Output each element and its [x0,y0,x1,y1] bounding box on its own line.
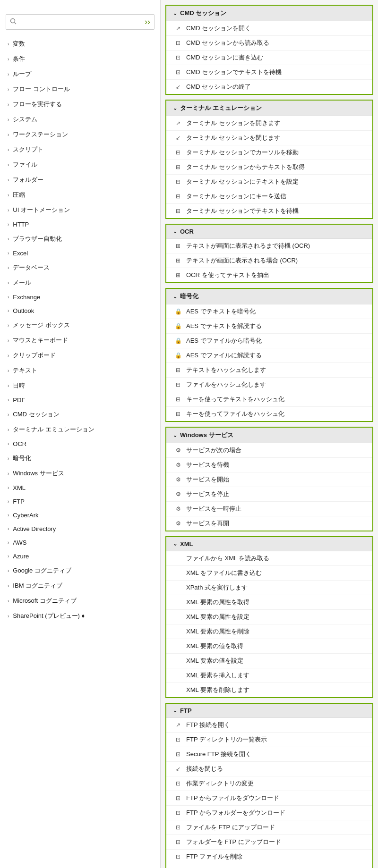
left-item-32[interactable]: ›CyberArk [0,508,160,522]
action-item-windows-services-4[interactable]: ⚙サービスを一時停止 [166,502,372,516]
action-item-terminal-1[interactable]: ↙ターミナル セッションを閉じます [166,131,372,145]
action-item-ftp-1[interactable]: ⊡FTP ディレクトリの一覧表示 [166,733,372,747]
left-item-20[interactable]: ›マウスとキーボード [0,333,160,348]
left-item-23[interactable]: ›日時 [0,378,160,393]
left-item-14[interactable]: ›Excel [0,246,160,260]
left-item-10[interactable]: ›圧縮 [0,187,160,202]
action-item-encrypt-5[interactable]: ⊟ファイルをハッシュ化します [166,378,372,392]
action-item-ftp-8[interactable]: ⊡フォルダーを FTP にアップロード [166,835,372,850]
action-item-xml-9[interactable]: XML 要素を削除します [166,683,372,697]
action-item-ocr-1[interactable]: ⊞テキストが画面に表示される場合 (OCR) [166,253,372,268]
action-item-encrypt-2[interactable]: 🔒AES でファイルから暗号化 [166,334,372,348]
action-item-ocr-2[interactable]: ⊞OCR を使ってテキストを抽出 [166,268,372,282]
action-item-cmd-4[interactable]: ↙CMD セッションの終了 [166,80,372,94]
action-item-encrypt-6[interactable]: ⊟キーを使ってテキストをハッシュ化 [166,392,372,407]
action-item-terminal-3[interactable]: ⊟ターミナル セッションからテキストを取得 [166,160,372,175]
action-item-ftp-2[interactable]: ⊡Secure FTP 接続を開く [166,747,372,762]
left-item-31[interactable]: ›FTP [0,495,160,508]
left-item-39[interactable]: ›SharePoint (プレビュー) ♦ [0,608,160,624]
action-item-windows-services-5[interactable]: ⚙サービスを再開 [166,516,372,531]
left-item-2[interactable]: ›ループ [0,67,160,82]
action-item-ftp-4[interactable]: ⊡作業ディレクトリの変更 [166,776,372,791]
action-item-xml-4[interactable]: XML 要素の属性を設定 [166,610,372,624]
action-item-xml-8[interactable]: XML 要素を挿入します [166,668,372,683]
left-item-28[interactable]: ›暗号化 [0,451,160,466]
left-item-19[interactable]: ›メッセージ ボックス [0,318,160,333]
action-item-xml-1[interactable]: XML をファイルに書き込む [166,566,372,581]
left-item-25[interactable]: ›CMD セッション [0,407,160,422]
action-item-ftp-7[interactable]: ⊡ファイルを FTP にアップロード [166,820,372,835]
action-item-ftp-3[interactable]: ↙接続を閉じる [166,762,372,776]
action-item-ftp-9[interactable]: ⊡FTP ファイルを削除 [166,850,372,864]
left-item-3[interactable]: ›フロー コントロール [0,82,160,97]
left-item-5[interactable]: ›システム [0,112,160,127]
left-item-17[interactable]: ›Exchange [0,290,160,304]
action-item-ocr-0[interactable]: ⊞テキストが画面に表示されるまで待機 (OCR) [166,239,372,253]
action-item-ftp-6[interactable]: ⊡FTP からフォルダーをダウンロード [166,806,372,820]
action-item-xml-7[interactable]: XML 要素の値を設定 [166,654,372,668]
action-item-ftp-0[interactable]: ↗FTP 接続を開く [166,718,372,733]
left-item-1[interactable]: ›条件 [0,51,160,67]
action-item-ftp-5[interactable]: ⊡FTP からファイルをダウンロード [166,791,372,806]
action-item-windows-services-1[interactable]: ⚙サービスを待機 [166,458,372,472]
left-item-24[interactable]: ›PDF [0,393,160,407]
left-item-11[interactable]: ›UI オートメーション [0,202,160,218]
action-item-xml-6[interactable]: XML 要素の値を取得 [166,639,372,654]
left-item-16[interactable]: ›メール [0,275,160,290]
action-item-terminal-2[interactable]: ⊟ターミナル セッションでカーソルを移動 [166,145,372,160]
action-item-xml-0[interactable]: ファイルから XML を読み取る [166,551,372,566]
left-item-6[interactable]: ›ワークステーション [0,127,160,142]
left-item-7[interactable]: ›スクリプト [0,142,160,157]
action-item-encrypt-1[interactable]: 🔒AES でテキストを解読する [166,319,372,334]
section-header-encrypt[interactable]: ⌄暗号化 [166,289,372,304]
action-item-cmd-1[interactable]: ⊡CMD セッションから読み取る [166,36,372,51]
action-item-terminal-0[interactable]: ↗ターミナル セッションを開きます [166,116,372,131]
action-item-encrypt-7[interactable]: ⊟キーを使ってファイルをハッシュ化 [166,407,372,421]
search-box[interactable]: ›› [6,14,155,30]
action-item-windows-services-0[interactable]: ⚙サービスが次の場合 [166,443,372,458]
action-item-windows-services-3[interactable]: ⚙サービスを停止 [166,487,372,502]
left-item-37[interactable]: ›IBM コグニティブ [0,578,160,593]
left-item-38[interactable]: ›Microsoft コグニティブ [0,593,160,608]
left-item-26[interactable]: ›ターミナル エミュレーション [0,422,160,437]
left-item-0[interactable]: ›変数 [0,36,160,51]
section-header-windows-services[interactable]: ⌄Windows サービス [166,428,372,443]
action-item-terminal-4[interactable]: ⊟ターミナル セッションにテキストを設定 [166,175,372,189]
left-item-13[interactable]: ›ブラウザー自動化 [0,231,160,246]
action-item-cmd-3[interactable]: ⊡CMD セッションでテキストを待機 [166,65,372,80]
search-submit-arrow[interactable]: ›› [145,17,150,27]
action-item-cmd-0[interactable]: ↗CMD セッションを開く [166,21,372,36]
section-header-cmd[interactable]: ⌄CMD セッション [166,6,372,21]
action-item-ftp-10[interactable]: ⊡FTP ファイルの名前を変更する [166,864,372,868]
action-item-encrypt-4[interactable]: ⊟テキストをハッシュ化します [166,363,372,378]
left-item-30[interactable]: ›XML [0,481,160,495]
left-item-4[interactable]: ›フローを実行する [0,97,160,112]
section-header-ocr[interactable]: ⌄OCR [166,225,372,239]
left-item-12[interactable]: ›HTTP [0,218,160,231]
left-item-15[interactable]: ›データベース [0,260,160,275]
left-item-9[interactable]: ›フォルダー [0,172,160,187]
action-item-xml-5[interactable]: XML 要素の属性を削除 [166,624,372,639]
action-item-terminal-6[interactable]: ⊟ターミナル セッションでテキストを待機 [166,204,372,218]
left-item-36[interactable]: ›Google コグニティブ [0,563,160,578]
left-item-22[interactable]: ›テキスト [0,363,160,378]
left-item-8[interactable]: ›ファイル [0,157,160,172]
left-item-33[interactable]: ›Active Directory [0,522,160,536]
left-item-27[interactable]: ›OCR [0,437,160,451]
action-item-xml-3[interactable]: XML 要素の属性を取得 [166,595,372,610]
left-item-35[interactable]: ›Azure [0,549,160,563]
action-item-xml-2[interactable]: XPath 式を実行します [166,581,372,595]
action-item-encrypt-0[interactable]: 🔒AES でテキストを暗号化 [166,304,372,319]
left-item-29[interactable]: ›Windows サービス [0,466,160,481]
section-header-xml[interactable]: ⌄XML [166,537,372,551]
section-header-ftp[interactable]: ⌄FTP [166,704,372,718]
search-input[interactable] [19,18,145,25]
action-item-encrypt-3[interactable]: 🔒AES でファイルに解読する [166,348,372,363]
section-header-terminal[interactable]: ⌄ターミナル エミュレーション [166,101,372,116]
action-item-windows-services-2[interactable]: ⚙サービスを開始 [166,472,372,487]
left-item-21[interactable]: ›クリップボード [0,348,160,363]
action-item-terminal-5[interactable]: ⊟ターミナル セッションにキーを送信 [166,189,372,204]
left-item-34[interactable]: ›AWS [0,536,160,549]
action-item-cmd-2[interactable]: ⊡CMD セッションに書き込む [166,51,372,65]
left-item-18[interactable]: ›Outlook [0,304,160,318]
